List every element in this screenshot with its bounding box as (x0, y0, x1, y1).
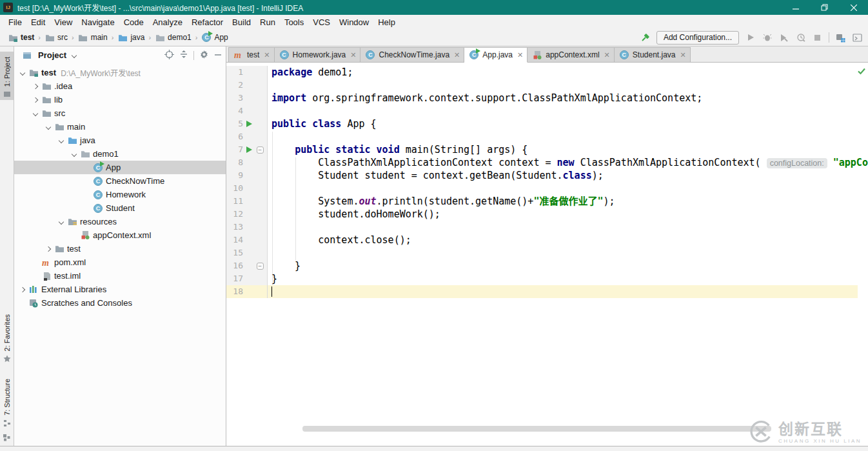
gutter[interactable]: 13 (226, 221, 268, 234)
add-configuration-button[interactable]: Add Configuration... (656, 31, 739, 45)
debug-icon[interactable] (762, 32, 773, 43)
tree-item-scratches-and-consoles[interactable]: Scratches and Consoles (14, 296, 226, 310)
menu-edit[interactable]: Edit (26, 16, 50, 28)
restore-button[interactable] (810, 0, 839, 15)
breadcrumb-app[interactable]: CApp (200, 32, 229, 43)
menu-build[interactable]: Build (228, 16, 255, 28)
menu-analyze[interactable]: Analyze (148, 16, 187, 28)
chevron-right-icon[interactable] (18, 285, 27, 294)
gutter[interactable]: 2 (226, 79, 268, 92)
gutter[interactable]: 7− (226, 143, 268, 156)
close-tab-icon[interactable]: ✕ (264, 51, 270, 59)
breadcrumb-test[interactable]: test (6, 32, 35, 43)
code-line-3[interactable]: 3import org.springframework.context.supp… (226, 92, 858, 105)
locate-icon[interactable] (164, 50, 174, 61)
gutter[interactable]: 1 (226, 66, 268, 79)
horizontal-scrollbar[interactable] (302, 426, 771, 432)
collapse-all-icon[interactable] (179, 50, 188, 61)
chevron-down-icon[interactable] (18, 68, 27, 77)
gutter[interactable]: 8 (226, 156, 268, 169)
chevron-down-icon[interactable] (31, 109, 40, 118)
run-icon[interactable] (745, 32, 756, 43)
gutter[interactable]: 16− (226, 259, 268, 272)
code-line-16[interactable]: 16− } (226, 259, 858, 272)
gutter[interactable]: 5 (226, 117, 268, 130)
tree-item-pom-xml[interactable]: mpom.xml (14, 256, 226, 269)
code-line-18[interactable]: 18 (226, 285, 858, 298)
tree-item-lib[interactable]: lib (14, 93, 226, 106)
code-line-11[interactable]: 11 System.out.println(student.getName()+… (226, 195, 858, 208)
tree-item-external-libraries[interactable]: External Libraries (14, 283, 226, 296)
menu-code[interactable]: Code (119, 16, 148, 28)
tree-item-main[interactable]: main (14, 120, 226, 134)
menu-navigate[interactable]: Navigate (77, 16, 119, 28)
chevron-down-icon[interactable] (57, 217, 66, 226)
run-gutter-icon[interactable] (243, 121, 255, 127)
menu-vcs[interactable]: VCS (308, 16, 335, 28)
project-panel-title[interactable]: Project (38, 50, 66, 60)
hide-panel-icon[interactable] (214, 50, 222, 61)
hammer-icon[interactable] (640, 32, 651, 43)
menu-help[interactable]: Help (373, 16, 400, 28)
chevron-right-icon[interactable] (44, 245, 53, 254)
tree-item-appcontext-xml[interactable]: appContext.xml (14, 228, 226, 242)
chevron-right-icon[interactable] (31, 95, 40, 105)
toolwindow-structure-button[interactable]: 7: Structure (3, 374, 11, 429)
gutter[interactable]: 10 (226, 182, 268, 195)
breadcrumb-src[interactable]: src (43, 32, 69, 43)
coverage-icon[interactable] (778, 32, 789, 43)
tab-test[interactable]: mtest✕ (228, 47, 275, 63)
tree-item-test[interactable]: test (14, 242, 226, 256)
settings-gear-icon[interactable] (199, 50, 209, 61)
gutter[interactable]: 11 (226, 195, 268, 208)
menu-run[interactable]: Run (255, 16, 280, 28)
tree-item-homework[interactable]: CHomework (14, 188, 226, 201)
code-line-2[interactable]: 2 (226, 79, 858, 92)
gutter[interactable]: 12 (226, 208, 268, 221)
code-line-6[interactable]: 6 (226, 130, 858, 143)
tree-item-test-iml[interactable]: test.iml (14, 269, 226, 283)
toolwindow-favorites-button[interactable]: 2: Favorites (3, 309, 11, 365)
tree-item-src[interactable]: src (14, 106, 226, 120)
tree-item-checknowtime[interactable]: CCheckNowTime (14, 174, 226, 188)
tree-item-resources[interactable]: resources (14, 215, 226, 228)
fold-end-icon[interactable]: − (255, 263, 265, 270)
profiler-icon[interactable] (795, 32, 806, 43)
tab-appcontext-xml[interactable]: appContext.xml✕ (528, 47, 615, 63)
code-line-15[interactable]: 15 (226, 246, 858, 259)
stop-icon[interactable] (812, 32, 823, 43)
close-tab-icon[interactable]: ✕ (350, 51, 356, 59)
close-tab-icon[interactable]: ✕ (604, 51, 610, 59)
toolwindow-toggle-icon[interactable] (3, 434, 11, 444)
breadcrumb-main[interactable]: main (77, 32, 109, 43)
code-line-17[interactable]: 17} (226, 272, 858, 285)
maven-panel-icon[interactable] (835, 32, 846, 43)
inspection-ok-icon[interactable] (857, 66, 866, 77)
close-tab-icon[interactable]: ✕ (517, 51, 523, 59)
tree-item-app[interactable]: CApp (14, 161, 226, 174)
menu-window[interactable]: Window (335, 16, 373, 28)
minimize-button[interactable] (781, 0, 810, 15)
tab-student-java[interactable]: CStudent.java✕ (615, 47, 691, 63)
fold-collapse-icon[interactable]: − (255, 146, 265, 154)
tab-checknowtime-java[interactable]: CCheckNowTime.java✕ (360, 47, 464, 63)
code-line-4[interactable]: 4 (226, 105, 858, 117)
tree-item-demo1[interactable]: demo1 (14, 147, 226, 161)
tab-homework-java[interactable]: CHomework.java✕ (275, 47, 361, 63)
gutter[interactable]: 3 (226, 92, 268, 105)
tree-item-java[interactable]: java (14, 134, 226, 147)
code-line-8[interactable]: 8 ClassPathXmlApplicationContext context… (226, 156, 858, 169)
gutter[interactable]: 15 (226, 246, 268, 259)
project-view-dropdown-icon[interactable] (70, 51, 79, 60)
code-line-7[interactable]: 7− public static void main(String[] args… (226, 143, 858, 156)
code-line-13[interactable]: 13 (226, 221, 858, 234)
breadcrumb-demo1[interactable]: demo1 (153, 32, 193, 43)
gutter[interactable]: 18 (226, 285, 268, 298)
tab-app-java[interactable]: CApp.java✕ (464, 47, 528, 63)
chevron-down-icon[interactable] (57, 136, 66, 145)
editor[interactable]: 1package demo1;23import org.springframew… (226, 63, 868, 446)
close-tab-icon[interactable]: ✕ (680, 51, 686, 59)
gutter[interactable]: 9 (226, 169, 268, 182)
code-line-10[interactable]: 10 (226, 182, 858, 195)
tree-item-test[interactable]: testD:\A_MyWork\开发\test (14, 66, 226, 79)
